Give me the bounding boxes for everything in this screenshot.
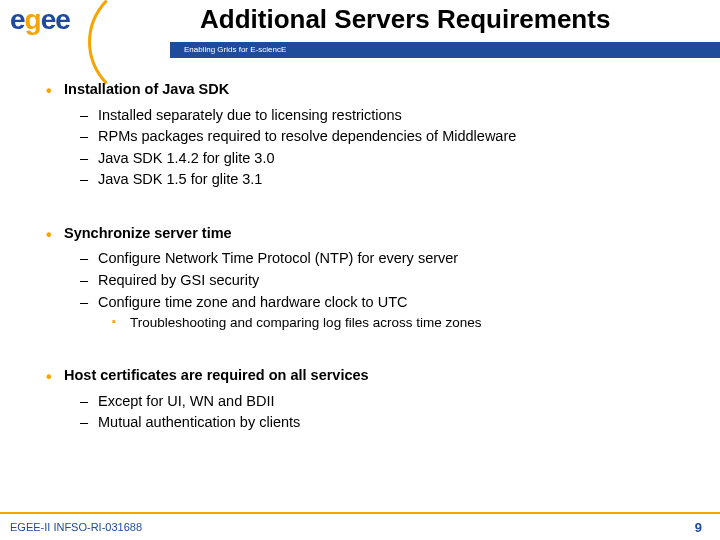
sub-bullet: RPMs packages required to resolve depend… [44,127,690,147]
logo-letter-e: e [41,4,56,35]
slide-number: 9 [695,520,702,535]
sub-bullet: Configure time zone and hardware clock t… [44,293,690,313]
egee-logo: egee [0,0,170,60]
logo-letter-g: g [25,4,41,35]
bullet-sync-time: Synchronize server time Configure Networ… [44,224,690,332]
logo-letter-e: e [10,4,25,35]
sub-bullet: Required by GSI security [44,271,690,291]
logo-letter-e: e [55,4,70,35]
slide-header: egee Additional Servers Requirements Ena… [0,0,720,60]
sub-bullet: Installed separately due to licensing re… [44,106,690,126]
bullet-head: Synchronize server time [44,224,690,244]
sub-bullet: Java SDK 1.4.2 for glite 3.0 [44,149,690,169]
slide-footer: EGEE-II INFSO-RI-031688 9 [0,512,720,540]
sub-bullet: Java SDK 1.5 for glite 3.1 [44,170,690,190]
title-area: Additional Servers Requirements Enabling… [170,0,720,60]
slide-title: Additional Servers Requirements [170,0,720,35]
bullet-head: Host certificates are required on all se… [44,366,690,386]
sub-sub-bullet: Troubleshooting and comparing log files … [44,314,690,332]
bullet-host-certs: Host certificates are required on all se… [44,366,690,433]
bullet-java-sdk: Installation of Java SDK Installed separ… [44,80,690,190]
sub-bullet: Mutual authentication by clients [44,413,690,433]
sub-bullet: Configure Network Time Protocol (NTP) fo… [44,249,690,269]
slide-subtitle: Enabling Grids for E-sciencE [170,42,720,58]
sub-bullet: Except for UI, WN and BDII [44,392,690,412]
footer-reference: EGEE-II INFSO-RI-031688 [10,521,142,533]
bullet-head: Installation of Java SDK [44,80,690,100]
slide-content: Installation of Java SDK Installed separ… [0,60,720,433]
